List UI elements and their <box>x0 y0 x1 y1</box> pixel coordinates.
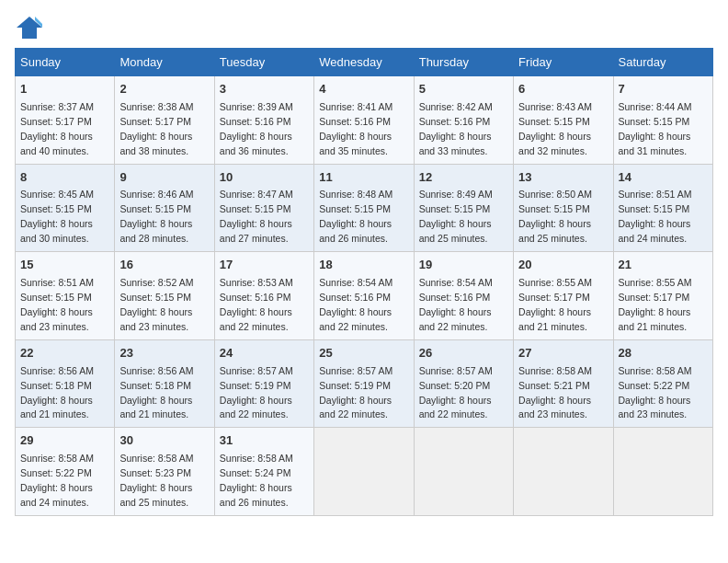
svg-marker-0 <box>17 17 42 39</box>
weekday-friday: Friday <box>514 49 613 76</box>
day-daylight: Daylight: 8 hours and 35 minutes. <box>319 131 392 156</box>
day-cell: 4 Sunrise: 8:41 AM Sunset: 5:16 PM Dayli… <box>314 76 414 165</box>
day-number: 5 <box>419 81 508 98</box>
day-sunrise: Sunrise: 8:50 AM <box>518 189 592 200</box>
day-number: 27 <box>518 345 608 362</box>
day-daylight: Daylight: 8 hours and 23 minutes. <box>518 395 591 420</box>
day-daylight: Daylight: 8 hours and 40 minutes. <box>20 131 93 156</box>
day-cell <box>414 428 513 516</box>
day-daylight: Daylight: 8 hours and 22 minutes. <box>220 395 292 420</box>
day-sunrise: Sunrise: 8:58 AM <box>619 365 692 376</box>
day-sunset: Sunset: 5:17 PM <box>119 116 191 127</box>
day-daylight: Daylight: 8 hours and 31 minutes. <box>619 131 691 156</box>
day-sunset: Sunset: 5:18 PM <box>119 380 191 391</box>
week-row-1: 1 Sunrise: 8:37 AM Sunset: 5:17 PM Dayli… <box>16 76 713 165</box>
day-cell: 24 Sunrise: 8:57 AM Sunset: 5:19 PM Dayl… <box>214 339 313 428</box>
day-sunset: Sunset: 5:16 PM <box>419 292 491 303</box>
day-number: 24 <box>220 345 309 362</box>
day-sunrise: Sunrise: 8:58 AM <box>518 365 592 376</box>
day-sunset: Sunset: 5:22 PM <box>20 467 92 478</box>
day-sunset: Sunset: 5:21 PM <box>518 380 590 391</box>
day-sunrise: Sunrise: 8:51 AM <box>20 277 94 288</box>
day-sunrise: Sunrise: 8:47 AM <box>220 189 293 200</box>
day-sunrise: Sunrise: 8:58 AM <box>220 453 293 464</box>
day-sunset: Sunset: 5:24 PM <box>220 467 291 478</box>
day-number: 12 <box>419 169 508 187</box>
day-daylight: Daylight: 8 hours and 27 minutes. <box>220 218 292 244</box>
day-daylight: Daylight: 8 hours and 23 minutes. <box>619 395 691 420</box>
day-cell: 28 Sunrise: 8:58 AM Sunset: 5:22 PM Dayl… <box>613 339 712 428</box>
day-cell: 3 Sunrise: 8:39 AM Sunset: 5:16 PM Dayli… <box>214 76 313 165</box>
day-sunset: Sunset: 5:20 PM <box>419 380 491 391</box>
day-number: 8 <box>20 169 109 187</box>
day-daylight: Daylight: 8 hours and 26 minutes. <box>220 482 292 508</box>
page-header <box>15 15 713 40</box>
day-daylight: Daylight: 8 hours and 21 minutes. <box>20 395 93 420</box>
day-number: 30 <box>119 432 209 450</box>
day-number: 20 <box>518 257 608 274</box>
calendar-body: 1 Sunrise: 8:37 AM Sunset: 5:17 PM Dayli… <box>16 76 713 516</box>
day-cell: 25 Sunrise: 8:57 AM Sunset: 5:19 PM Dayl… <box>314 339 414 428</box>
day-cell: 27 Sunrise: 8:58 AM Sunset: 5:21 PM Dayl… <box>514 339 613 428</box>
day-sunrise: Sunrise: 8:58 AM <box>20 453 94 464</box>
day-sunset: Sunset: 5:17 PM <box>619 292 690 303</box>
day-sunrise: Sunrise: 8:53 AM <box>220 277 293 288</box>
day-number: 19 <box>419 257 508 274</box>
day-cell: 11 Sunrise: 8:48 AM Sunset: 5:15 PM Dayl… <box>314 164 414 252</box>
day-cell <box>613 428 712 516</box>
day-sunset: Sunset: 5:16 PM <box>319 292 391 303</box>
day-cell: 20 Sunrise: 8:55 AM Sunset: 5:17 PM Dayl… <box>514 252 613 340</box>
day-sunrise: Sunrise: 8:55 AM <box>619 277 692 288</box>
day-sunrise: Sunrise: 8:52 AM <box>119 277 193 288</box>
day-cell: 19 Sunrise: 8:54 AM Sunset: 5:16 PM Dayl… <box>414 252 513 340</box>
day-number: 2 <box>119 81 209 98</box>
day-sunrise: Sunrise: 8:57 AM <box>220 365 293 376</box>
day-number: 16 <box>119 257 209 274</box>
day-cell: 9 Sunrise: 8:46 AM Sunset: 5:15 PM Dayli… <box>115 164 214 252</box>
day-sunset: Sunset: 5:15 PM <box>20 292 92 303</box>
day-sunrise: Sunrise: 8:55 AM <box>518 277 592 288</box>
day-sunset: Sunset: 5:16 PM <box>419 116 491 127</box>
day-daylight: Daylight: 8 hours and 22 minutes. <box>419 395 492 420</box>
day-daylight: Daylight: 8 hours and 22 minutes. <box>319 395 392 420</box>
day-number: 15 <box>20 257 109 274</box>
weekday-thursday: Thursday <box>414 49 513 76</box>
day-number: 11 <box>319 169 408 187</box>
day-cell: 21 Sunrise: 8:55 AM Sunset: 5:17 PM Dayl… <box>613 252 712 340</box>
day-cell: 16 Sunrise: 8:52 AM Sunset: 5:15 PM Dayl… <box>115 252 214 340</box>
day-cell <box>314 428 414 516</box>
day-sunset: Sunset: 5:23 PM <box>119 467 191 478</box>
day-sunset: Sunset: 5:17 PM <box>20 116 92 127</box>
day-cell: 14 Sunrise: 8:51 AM Sunset: 5:15 PM Dayl… <box>613 164 712 252</box>
day-cell: 26 Sunrise: 8:57 AM Sunset: 5:20 PM Dayl… <box>414 339 513 428</box>
day-sunrise: Sunrise: 8:46 AM <box>119 189 193 200</box>
day-number: 7 <box>619 81 708 98</box>
day-daylight: Daylight: 8 hours and 36 minutes. <box>220 131 292 156</box>
day-daylight: Daylight: 8 hours and 24 minutes. <box>619 218 691 244</box>
day-daylight: Daylight: 8 hours and 25 minutes. <box>119 482 192 508</box>
day-daylight: Daylight: 8 hours and 21 minutes. <box>119 395 192 420</box>
day-cell: 7 Sunrise: 8:44 AM Sunset: 5:15 PM Dayli… <box>613 76 712 165</box>
day-sunrise: Sunrise: 8:57 AM <box>319 365 392 376</box>
day-number: 22 <box>20 345 109 362</box>
day-sunrise: Sunrise: 8:44 AM <box>619 101 692 112</box>
day-cell: 22 Sunrise: 8:56 AM Sunset: 5:18 PM Dayl… <box>16 339 115 428</box>
day-sunrise: Sunrise: 8:39 AM <box>220 101 293 112</box>
day-number: 21 <box>619 257 708 274</box>
day-number: 18 <box>319 257 408 274</box>
day-number: 23 <box>119 345 209 362</box>
day-daylight: Daylight: 8 hours and 38 minutes. <box>119 131 192 156</box>
day-sunset: Sunset: 5:16 PM <box>220 116 291 127</box>
day-sunset: Sunset: 5:17 PM <box>518 292 590 303</box>
day-sunrise: Sunrise: 8:48 AM <box>319 189 392 200</box>
weekday-sunday: Sunday <box>16 49 115 76</box>
logo <box>15 15 46 40</box>
day-sunset: Sunset: 5:15 PM <box>518 116 590 127</box>
day-cell: 31 Sunrise: 8:58 AM Sunset: 5:24 PM Dayl… <box>214 428 313 516</box>
day-number: 25 <box>319 345 408 362</box>
day-daylight: Daylight: 8 hours and 22 minutes. <box>319 306 392 332</box>
day-daylight: Daylight: 8 hours and 24 minutes. <box>20 482 93 508</box>
day-cell: 2 Sunrise: 8:38 AM Sunset: 5:17 PM Dayli… <box>115 76 214 165</box>
week-row-4: 22 Sunrise: 8:56 AM Sunset: 5:18 PM Dayl… <box>16 339 713 428</box>
day-number: 14 <box>619 169 708 187</box>
